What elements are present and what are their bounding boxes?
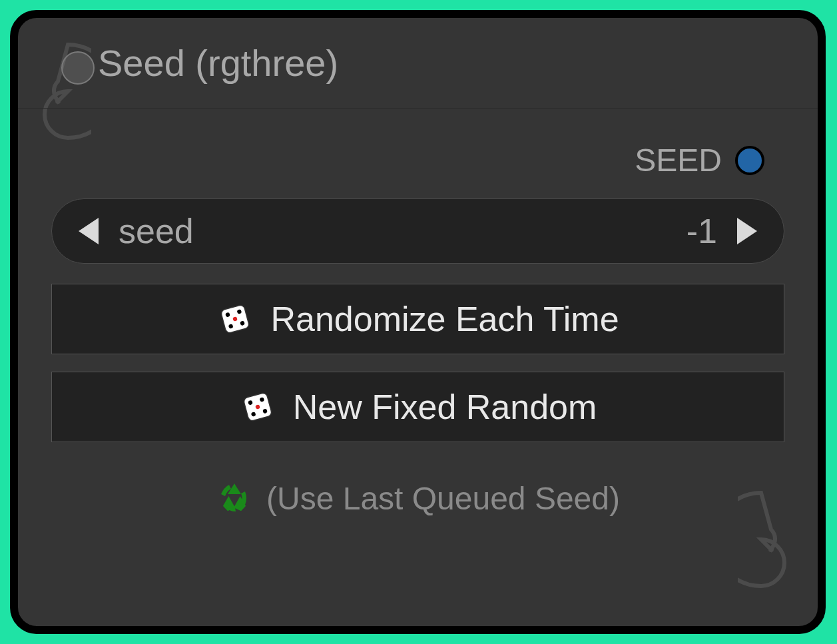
svg-point-13 [768, 547, 774, 552]
node-title: Seed (rgthree) [98, 41, 791, 85]
seed-node: Seed (rgthree) SEED seed -1 [10, 10, 826, 634]
decorative-swirl-icon [738, 486, 824, 606]
seed-field-value[interactable]: -1 [687, 211, 717, 251]
node-body: SEED seed -1 [18, 109, 818, 550]
seed-increment-button[interactable] [737, 218, 757, 244]
seed-decrement-button[interactable] [79, 218, 99, 244]
dice-icon [239, 388, 276, 426]
seed-field-label: seed [119, 211, 194, 251]
new-fixed-button-label: New Fixed Random [293, 387, 597, 427]
collapse-toggle-icon[interactable] [61, 51, 95, 85]
randomize-button-label: Randomize Each Time [270, 299, 619, 339]
dice-icon [216, 300, 254, 338]
output-row: SEED [51, 122, 784, 198]
seed-number-widget[interactable]: seed -1 [51, 198, 784, 264]
recycle-icon [216, 480, 253, 517]
use-last-queued-seed-button[interactable]: (Use Last Queued Seed) [51, 460, 784, 530]
new-fixed-random-button[interactable]: New Fixed Random [51, 372, 784, 442]
node-header[interactable]: Seed (rgthree) [18, 18, 818, 109]
chevron-left-icon [79, 218, 99, 244]
randomize-each-time-button[interactable]: Randomize Each Time [51, 284, 784, 354]
output-port-seed[interactable] [735, 146, 764, 175]
chevron-right-icon [737, 218, 757, 244]
use-last-button-label: (Use Last Queued Seed) [266, 480, 620, 517]
output-label: SEED [635, 142, 722, 178]
